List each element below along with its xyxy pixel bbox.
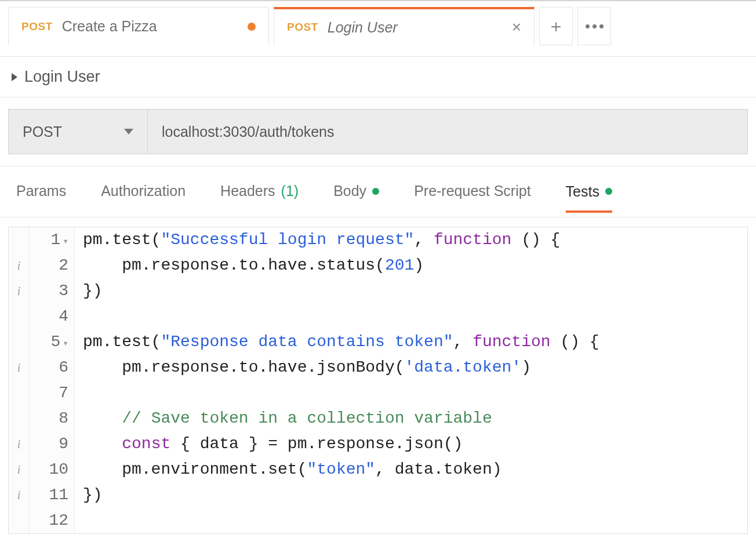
subtab-headers[interactable]: Headers (1) [220, 183, 299, 212]
plus-icon: ＋ [547, 14, 565, 38]
tab-create-a-pizza[interactable]: POST Create a Pizza [8, 7, 269, 45]
tab-method-badge: POST [287, 21, 318, 34]
expand-caret-icon[interactable] [12, 73, 17, 81]
gutter-info: iiiiii [9, 227, 30, 533]
status-dot-icon [605, 188, 612, 195]
url-bar: POST localhost:3030/auth/tokens [8, 109, 748, 154]
request-header: Login User [0, 57, 756, 97]
subtab-tests[interactable]: Tests [566, 183, 612, 213]
url-input[interactable]: localhost:3030/auth/tokens [148, 110, 747, 154]
tab-title: Create a Pizza [62, 18, 157, 35]
tab-title: Login User [328, 19, 398, 36]
url-text: localhost:3030/auth/tokens [162, 123, 334, 140]
new-tab-button[interactable]: ＋ [539, 7, 573, 45]
code-content[interactable]: pm.test("Successful login request", func… [75, 227, 747, 533]
unsaved-dot-icon [248, 23, 256, 31]
subtab-authorization[interactable]: Authorization [101, 183, 186, 212]
gutter-line-numbers: 1▾2345▾6789101112 [30, 227, 75, 533]
close-icon[interactable]: × [512, 19, 521, 35]
request-title: Login User [24, 68, 100, 86]
http-method-label: POST [23, 123, 62, 140]
chevron-down-icon [124, 129, 133, 135]
subtab-body[interactable]: Body [333, 183, 379, 212]
tab-overflow-button[interactable] [577, 7, 611, 45]
http-method-select[interactable]: POST [9, 110, 148, 154]
editor-container: iiiiii 1▾2345▾6789101112 pm.test("Succes… [0, 217, 756, 543]
status-dot-icon [372, 188, 379, 195]
tab-method-badge: POST [21, 20, 53, 33]
subtab-params[interactable]: Params [16, 183, 66, 212]
request-subtabs: Params Authorization Headers (1) Body Pr… [0, 166, 756, 217]
tests-code-editor[interactable]: iiiiii 1▾2345▾6789101112 pm.test("Succes… [8, 227, 748, 534]
tab-login-user[interactable]: POST Login User × [274, 7, 535, 45]
subtab-prerequest[interactable]: Pre-request Script [414, 183, 530, 212]
url-bar-container: POST localhost:3030/auth/tokens [0, 97, 756, 166]
more-icon [586, 24, 604, 28]
tabs-bar: POST Create a Pizza POST Login User × ＋ [0, 1, 756, 57]
headers-count: (1) [281, 183, 299, 199]
